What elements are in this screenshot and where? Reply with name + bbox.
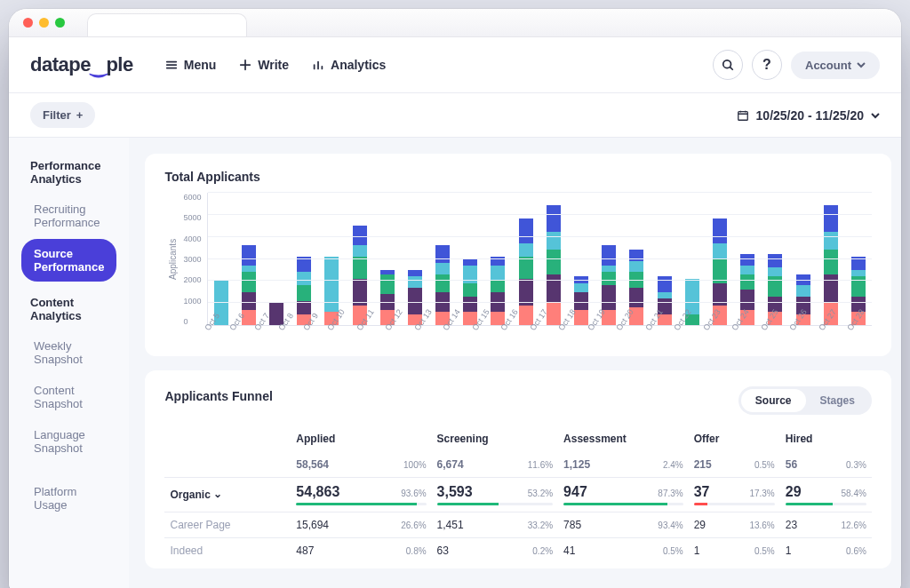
date-range-picker[interactable]: 10/25/20 - 11/25/20: [737, 108, 880, 123]
funnel-cell: 2958.4%: [780, 478, 872, 513]
funnel-cell: 2913.6%: [689, 513, 780, 538]
hamburger-icon: [165, 59, 178, 71]
nav-write-label: Write: [258, 58, 289, 72]
app-logo[interactable]: datape‿ple: [30, 53, 133, 76]
funnel-cell: 10.5%: [689, 538, 780, 564]
main-content: Total Applicants Applicants 600050004000…: [129, 138, 901, 588]
sidebar-item[interactable]: Language Snapshot: [21, 420, 116, 463]
funnel-title: Applicants Funnel: [164, 389, 272, 403]
nav-menu[interactable]: Menu: [165, 58, 217, 72]
top-nav: Menu Write Analytics: [165, 58, 387, 72]
sidebar-item[interactable]: Source Performance: [21, 239, 116, 282]
funnel-cell: 1,45133.2%: [432, 513, 559, 538]
sidebar-group-title: Content Analytics: [30, 296, 108, 322]
sidebar: Performance Analytics Recruiting Perform…: [9, 138, 129, 588]
sidebar-item[interactable]: Platform Usage: [21, 477, 116, 520]
question-icon: ?: [762, 57, 771, 73]
funnel-cell: 630.2%: [432, 538, 559, 564]
nav-analytics-label: Analytics: [331, 58, 386, 72]
browser-window: datape‿ple Menu Write Analytics: [9, 9, 901, 588]
funnel-cell: 2312.6%: [780, 513, 872, 538]
add-filter-button[interactable]: Filter +: [30, 102, 95, 128]
y-axis-label: Applicants: [164, 193, 178, 326]
funnel-cell: 94787.3%: [558, 478, 689, 513]
plus-icon: +: [76, 108, 84, 122]
calendar-icon: [737, 109, 749, 122]
sidebar-item[interactable]: Weekly Snapshot: [21, 331, 116, 374]
funnel-row-label[interactable]: Organic ⌄: [164, 478, 291, 513]
nav-analytics[interactable]: Analytics: [312, 58, 386, 72]
funnel-cell: 54,86393.6%: [291, 478, 431, 513]
chart-bar[interactable]: [542, 205, 565, 325]
chart-plot-area: [207, 193, 872, 326]
funnel-cell: 10.6%: [780, 538, 872, 564]
nav-menu-label: Menu: [184, 58, 217, 72]
svg-rect-1: [738, 111, 747, 120]
chevron-down-icon: [871, 111, 880, 120]
funnel-column-header: Screening: [432, 425, 559, 452]
plus-icon: [239, 59, 251, 71]
window-titlebar: [9, 9, 901, 37]
chart-bar[interactable]: [708, 219, 731, 325]
funnel-cell: 4870.8%: [291, 538, 431, 564]
logo-text-right: ple: [106, 53, 132, 75]
search-button[interactable]: [713, 50, 743, 80]
chart-bar[interactable]: [515, 219, 538, 325]
browser-tab[interactable]: [87, 13, 247, 36]
funnel-total-cell: 2150.5%: [689, 452, 780, 478]
toggle-stages[interactable]: Stages: [806, 389, 869, 412]
help-button[interactable]: ?: [752, 50, 782, 80]
nav-write[interactable]: Write: [239, 58, 289, 72]
funnel-total-cell: 6,67411.6%: [432, 452, 559, 478]
filter-label: Filter: [43, 108, 71, 122]
close-window-icon[interactable]: [23, 18, 33, 28]
funnel-row-label: Career Page: [164, 513, 291, 538]
funnel-cell: 15,69426.6%: [291, 513, 431, 538]
toggle-source[interactable]: Source: [741, 389, 806, 412]
date-range-text: 10/25/20 - 11/25/20: [756, 108, 864, 123]
funnel-cell: 78593.4%: [558, 513, 689, 538]
funnel-column-header: Applied: [291, 425, 431, 452]
funnel-column-header: Hired: [780, 425, 872, 452]
sidebar-item[interactable]: Content Snapshot: [21, 376, 116, 418]
sidebar-group-title: Performance Analytics: [30, 159, 108, 186]
funnel-cell: 3717.3%: [689, 478, 780, 513]
funnel-total-cell: 1,1252.4%: [558, 452, 689, 478]
funnel-column-header: Offer: [689, 425, 780, 452]
filter-bar: Filter + 10/25/20 - 11/25/20: [9, 93, 901, 138]
app-body: Performance Analytics Recruiting Perform…: [9, 138, 901, 588]
total-applicants-card: Total Applicants Applicants 600050004000…: [145, 154, 890, 356]
funnel-row-label: Indeed: [164, 538, 291, 564]
funnel-cell: 3,59353.2%: [432, 478, 559, 513]
funnel-cell: 410.5%: [558, 538, 689, 564]
sidebar-item[interactable]: Recruiting Performance: [21, 195, 116, 237]
search-icon: [722, 59, 734, 71]
chevron-down-icon: [857, 60, 866, 69]
minimize-window-icon[interactable]: [39, 18, 49, 28]
account-label: Account: [805, 59, 851, 72]
funnel-total-cell: 560.3%: [780, 452, 872, 478]
account-menu[interactable]: Account: [791, 52, 880, 79]
app-header: datape‿ple Menu Write Analytics: [9, 37, 901, 93]
maximize-window-icon[interactable]: [55, 18, 65, 28]
bar-chart-icon: [312, 59, 324, 71]
funnel-view-toggle: Source Stages: [738, 386, 872, 415]
funnel-column-header: Assessment: [558, 425, 689, 452]
logo-smile-icon: ‿: [91, 54, 107, 77]
chart-title: Total Applicants: [164, 170, 871, 184]
x-axis-ticks: Oct 5Oct 6Oct 7Oct 8Oct 9Oct 10Oct 11Oct…: [200, 331, 871, 340]
funnel-table: AppliedScreeningAssessmentOfferHired 58,…: [164, 425, 871, 563]
y-axis-ticks: 6000500040003000200010000: [178, 193, 206, 326]
applicants-funnel-card: Applicants Funnel Source Stages AppliedS…: [145, 370, 890, 568]
logo-text-left: datape: [30, 53, 91, 75]
funnel-total-cell: 58,564100%: [291, 452, 431, 478]
